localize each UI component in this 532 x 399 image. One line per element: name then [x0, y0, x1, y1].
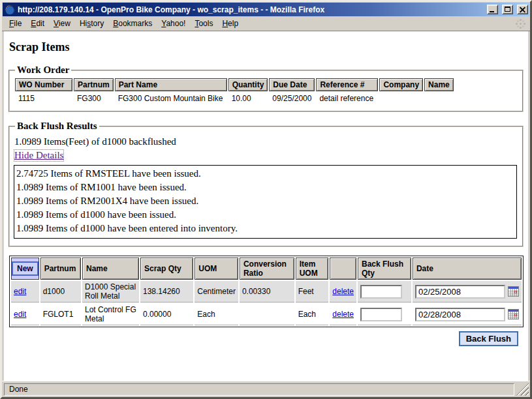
header-uom: UOM: [195, 258, 238, 280]
backflush-detail-line: 1.0989 Items of RM2001X4 have been issue…: [16, 194, 514, 208]
backflush-detail-line: 2.74725 Items of RMSTEEL have been issue…: [16, 167, 514, 181]
page-viewport: Scrap Items Work Order WO Number Partnum…: [4, 31, 528, 381]
firefox-icon[interactable]: [5, 5, 15, 15]
header-back-flush-qty: Back Flush Qty: [358, 258, 411, 280]
wo-header-due-date: Due Date: [269, 78, 315, 91]
minimize-button[interactable]: [487, 5, 498, 14]
calendar-icon: [508, 286, 519, 297]
work-order-row: 1115 FG300 FG300 Custom Mountain Bike 10…: [15, 93, 454, 104]
maximize-button[interactable]: [502, 5, 513, 14]
item-uom-value: Feet: [296, 281, 329, 303]
menu-view[interactable]: View: [49, 17, 75, 30]
back-flush-qty-input[interactable]: [360, 308, 402, 321]
wo-header-wo-number: WO Number: [15, 78, 72, 91]
header-item-uom: Item UOM: [296, 258, 329, 280]
wo-header-reference: Reference #: [316, 78, 378, 91]
menu-label-pre: Hi: [80, 19, 87, 28]
backflush-results-fieldset: Back Flush Results 1.0989 Items(Feet) of…: [8, 121, 524, 247]
work-order-header-row: WO Number Partnum Part Name Quantity Due…: [15, 78, 454, 91]
menu-help[interactable]: Help: [217, 17, 243, 30]
header-partnum: Partnum: [40, 258, 81, 280]
wo-header-part-name: Part Name: [115, 78, 227, 91]
wo-partnum-value: FG300: [74, 93, 114, 104]
back-flush-qty-cell: [358, 281, 411, 303]
menu-label-accel: V: [54, 19, 59, 28]
item-uom-value: Each: [296, 304, 329, 325]
partnum-value: FGLOT1: [40, 304, 81, 325]
page-title: Scrap Items: [9, 40, 524, 54]
wo-part-name-value: FG300 Custom Mountain Bike: [115, 93, 227, 104]
wo-header-quantity: Quantity: [228, 78, 268, 91]
calendar-picker-button[interactable]: [508, 286, 519, 297]
delete-cell: delete: [330, 304, 356, 325]
header-name: Name: [82, 258, 139, 280]
wo-name-value: [424, 93, 454, 104]
wo-quantity-value: 10.00: [228, 93, 268, 104]
date-input[interactable]: [415, 308, 505, 321]
menu-history[interactable]: History: [75, 17, 108, 30]
work-order-legend: Work Order: [15, 65, 71, 76]
header-scrap-qty: Scrap Qty: [140, 258, 193, 280]
resize-grip-icon[interactable]: [516, 383, 529, 396]
menu-label-post: elp: [228, 19, 238, 28]
hide-details-link[interactable]: Hide Details: [14, 150, 63, 161]
close-icon: [518, 5, 527, 14]
menu-label-post: tory: [91, 19, 104, 28]
conversion-ratio-value: 0.00330: [240, 281, 294, 303]
name-value: D1000 Special Roll Metal: [82, 281, 139, 303]
status-text: Done: [9, 385, 28, 394]
date-cell: [413, 281, 522, 303]
back-flush-button[interactable]: Back Flush: [459, 331, 518, 346]
status-bar: Done: [2, 381, 530, 397]
header-actions: [330, 258, 356, 280]
uom-value: Each: [195, 304, 238, 325]
calendar-icon: [508, 309, 519, 319]
scrap-qty-value: 0.00000: [140, 304, 193, 325]
name-value: Lot Control FG Metal: [82, 304, 139, 325]
scrap-row-fglot1: edit FGLOT1 Lot Control FG Metal 0.00000…: [11, 304, 522, 325]
close-button[interactable]: [517, 5, 528, 14]
delete-cell: delete: [330, 281, 356, 303]
date-input[interactable]: [415, 285, 505, 299]
menu-label-post: ile: [14, 19, 22, 28]
partnum-value: d1000: [40, 281, 81, 303]
scrap-qty-value: 138.14260: [140, 281, 193, 303]
backflush-detail-line: 1.0989 Items of d1000 have been issued.: [16, 208, 514, 222]
delete-link[interactable]: delete: [332, 310, 354, 319]
edit-link[interactable]: edit: [14, 287, 26, 296]
backflush-results-legend: Back Flush Results: [15, 121, 99, 132]
work-order-fieldset: Work Order WO Number Partnum Part Name Q…: [8, 65, 524, 112]
menu-edit[interactable]: Edit: [26, 17, 49, 30]
calendar-picker-button[interactable]: [508, 309, 519, 319]
menu-yahoo[interactable]: Yahoo!: [157, 17, 190, 30]
menu-label-post: dit: [36, 19, 44, 28]
wo-reference-value: detail reference: [316, 93, 378, 104]
minimize-icon: [490, 11, 494, 12]
backflush-detail-line: 1.0989 Items of RM1001 have been issued.: [16, 181, 514, 194]
wo-header-name: Name: [424, 78, 454, 91]
wo-number-value: 1115: [15, 93, 72, 104]
status-field: Done: [4, 383, 514, 396]
menu-label-post: ools: [198, 19, 213, 28]
backflush-details-box: 2.74725 Items of RMSTEEL have been issue…: [14, 165, 517, 239]
conversion-ratio-value: [240, 304, 294, 325]
back-flush-qty-cell: [358, 304, 411, 325]
backflush-detail-line: 1.0989 Items of d1000 have been entered …: [16, 222, 514, 235]
menu-label-post: ahoo!: [166, 19, 185, 28]
edit-cell: edit: [11, 304, 39, 325]
menu-tools[interactable]: Tools: [190, 17, 217, 30]
throbber-icon: [514, 18, 526, 29]
delete-link[interactable]: delete: [332, 287, 354, 296]
new-button[interactable]: New: [12, 261, 39, 276]
menu-bar: File Edit View History Bookmarks Yahoo! …: [2, 16, 530, 31]
header-conversion-ratio: Conversion Ratio: [240, 258, 294, 280]
menu-file[interactable]: File: [5, 17, 26, 30]
browser-window: http://208.179.140.14 - OpenPro Bike Com…: [0, 0, 532, 399]
submit-row: Back Flush: [8, 331, 524, 346]
edit-cell: edit: [11, 281, 39, 303]
menu-bookmarks[interactable]: Bookmarks: [108, 17, 157, 30]
scrap-row-d1000: edit d1000 D1000 Special Roll Metal 138.…: [11, 281, 522, 303]
back-flush-qty-input[interactable]: [360, 285, 402, 299]
uom-value: Centimeter: [195, 281, 238, 303]
edit-link[interactable]: edit: [14, 310, 26, 319]
